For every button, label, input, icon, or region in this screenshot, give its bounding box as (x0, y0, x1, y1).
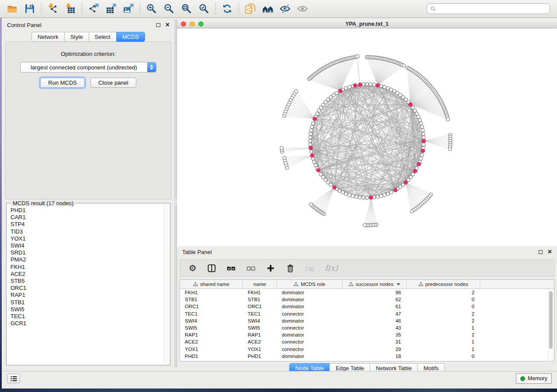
search-box[interactable] (427, 3, 550, 14)
mcds-result-item[interactable]: STP4 (7, 221, 163, 228)
mcds-result-group: MCDS result (17 nodes) PHD1CAR1STP4TID3Y… (6, 203, 170, 365)
hide-selected-icon[interactable] (277, 1, 294, 16)
import-network-icon[interactable] (44, 1, 62, 16)
cell-predecessor-nodes: 2 (407, 289, 480, 296)
network-canvas[interactable] (177, 28, 557, 246)
memory-button[interactable]: Memory (516, 373, 552, 384)
column-label: name (253, 282, 266, 287)
mcds-result-item[interactable]: PMA2 (7, 256, 163, 263)
table-header-row: shared namenameMCDS rolesuccessor nodesp… (180, 280, 554, 289)
deselect-all-icon[interactable] (246, 264, 256, 273)
save-icon[interactable] (21, 1, 38, 16)
select-all-icon[interactable] (227, 264, 236, 273)
delete-icon[interactable] (286, 264, 295, 273)
export-image-icon[interactable] (120, 1, 137, 16)
table-row[interactable]: ORC1ORC1dominator610 (180, 303, 554, 310)
add-icon[interactable] (266, 264, 275, 273)
table-row[interactable]: SWI4SWI4dominator462 (180, 317, 554, 324)
toolbar-separator (239, 3, 239, 15)
table-row[interactable]: YOX1YOX1connector291 (180, 346, 554, 353)
cell-shared-name: RAP1 (180, 331, 243, 338)
search-input[interactable] (438, 6, 547, 12)
toolbar-separator (41, 3, 42, 15)
open-icon[interactable] (3, 1, 21, 16)
column-header-mcds-role[interactable]: MCDS role (277, 280, 343, 289)
tab-mcds[interactable]: MCDS (116, 32, 145, 42)
mcds-result-item[interactable]: TID3 (7, 228, 163, 235)
mcds-result-item[interactable]: STB1 (7, 299, 163, 306)
table-row[interactable]: PHD1PHD1dominator180 (180, 353, 554, 360)
mcds-result-item[interactable]: RAP1 (7, 292, 163, 299)
tab-select[interactable]: Select (89, 32, 117, 42)
mcds-result-item[interactable]: FKH1 (7, 264, 163, 271)
mcds-result-item[interactable]: SWI4 (7, 242, 163, 249)
column-header-name[interactable]: name (243, 280, 277, 289)
mcds-result-item[interactable]: CAR1 (7, 214, 163, 221)
show-all-icon[interactable] (294, 1, 311, 16)
table-row[interactable]: FKH1FKH1dominator962 (180, 289, 554, 296)
float-table-panel-icon[interactable] (539, 250, 543, 254)
network-window-titlebar[interactable]: YPA_prune.txt_1 (177, 20, 557, 28)
application-window: Control Panel × NetworkStyleSelectMCDS O… (2, 18, 557, 389)
cell-name: STB1 (243, 296, 277, 303)
search-icon (430, 6, 436, 12)
cell-predecessor-nodes: 0 (407, 303, 480, 310)
column-header-successor-nodes[interactable]: successor nodes (343, 280, 407, 289)
list-icon (10, 375, 17, 382)
close-panel-icon[interactable]: × (166, 23, 170, 27)
duplicate-network-icon[interactable] (242, 1, 259, 16)
zoom-in-icon[interactable] (143, 1, 160, 16)
zoom-out-icon[interactable] (160, 1, 178, 16)
columns-icon[interactable] (207, 264, 216, 273)
mcds-result-list[interactable]: PHD1CAR1STP4TID3YOX1SWI4SRD1PMA2FKH1ACE2… (7, 204, 163, 364)
table-row[interactable]: ACE2ACE2connector311 (180, 338, 554, 345)
status-bar: Memory (3, 371, 557, 385)
mcds-result-item[interactable]: PHD1 (7, 207, 163, 214)
mcds-result-item[interactable]: YOX1 (7, 235, 163, 242)
export-table-icon[interactable] (102, 1, 120, 16)
select-stepper-icon (147, 62, 156, 72)
mcds-result-item[interactable]: SRD1 (7, 249, 163, 256)
memory-status-icon (520, 376, 525, 381)
first-neighbors-icon[interactable] (259, 1, 277, 16)
result-list-scrollbar[interactable] (164, 204, 170, 364)
tab-style[interactable]: Style (64, 32, 89, 42)
export-network-icon[interactable] (85, 1, 102, 16)
table-scrollbar[interactable] (548, 289, 554, 361)
table-row[interactable]: TEC1TEC1connector472 (180, 310, 554, 317)
zoom-selected-icon[interactable] (195, 1, 213, 16)
mcds-result-item[interactable]: SWI5 (7, 306, 163, 313)
toolbar-separator (82, 3, 82, 15)
task-history-button[interactable] (7, 374, 20, 383)
import-table-icon[interactable] (62, 1, 79, 16)
network-view-window: YPA_prune.txt_1 (177, 20, 557, 246)
table-row[interactable]: SWI5SWI5connector431 (180, 324, 554, 331)
float-window-icon[interactable] (156, 23, 160, 27)
mcds-result-item[interactable]: STB5 (7, 278, 163, 285)
network-graph[interactable] (177, 28, 557, 246)
mcds-result-item[interactable]: GCR1 (7, 320, 163, 327)
refresh-icon[interactable] (218, 1, 236, 16)
close-table-panel-icon[interactable]: × (548, 250, 552, 254)
column-header-predecessor-nodes[interactable]: predecessor nodes (407, 280, 480, 289)
mcds-result-item[interactable]: ORC1 (7, 285, 163, 292)
table-row[interactable]: RAP1RAP1dominator352 (180, 331, 554, 338)
column-header-shared-name[interactable]: shared name (180, 280, 243, 289)
close-panel-button[interactable]: Close panel (90, 78, 136, 88)
table-row[interactable]: STB1STB1dominator620 (180, 296, 554, 303)
hierarchy-icon (349, 282, 353, 287)
desktop-background-left (0, 18, 2, 392)
table-scrollbar-thumb[interactable] (549, 291, 553, 349)
cell-mcds-role: connector (277, 324, 343, 331)
cell-mcds-role: connector (277, 310, 343, 317)
run-mcds-button[interactable]: Run MCDS (40, 78, 85, 88)
zoom-fit-icon[interactable] (178, 1, 195, 16)
cell-predecessor-nodes: 0 (407, 353, 480, 360)
settings-icon[interactable]: ⚙ (189, 264, 197, 272)
mcds-result-item[interactable]: ACE2 (7, 271, 163, 278)
desktop-background-bottom (0, 389, 557, 392)
mcds-result-item[interactable]: TEC1 (7, 313, 163, 320)
optimization-criterion-select[interactable]: largest connected component (undirected) (20, 62, 156, 72)
tab-network[interactable]: Network (31, 32, 65, 42)
cell-name: PHD1 (243, 353, 277, 360)
